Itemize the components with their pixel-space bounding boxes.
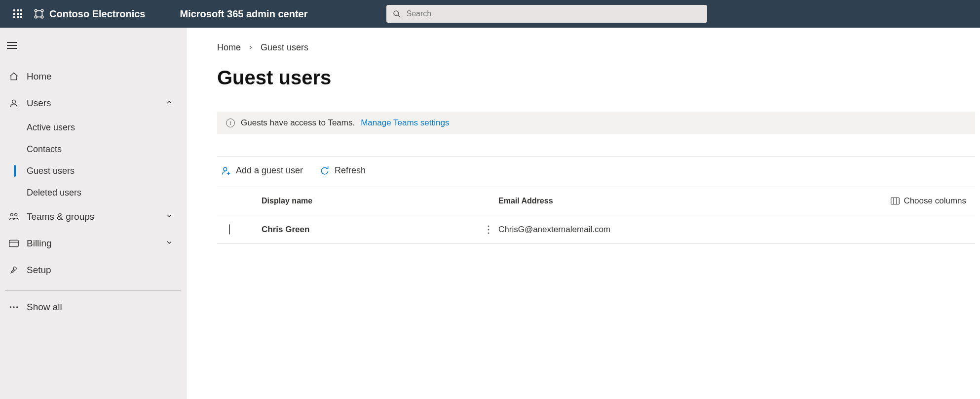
org-logo-icon (34, 8, 44, 19)
svg-point-14 (224, 167, 227, 171)
command-bar: Add a guest user Refresh (217, 156, 975, 187)
column-header-display-name[interactable]: Display name (262, 197, 479, 205)
main-content: Home Guest users Guest users i Guests ha… (187, 28, 980, 399)
search-input[interactable] (406, 9, 701, 18)
sidebar: Home Users Active users Contacts (0, 28, 187, 399)
nav-label: Teams & groups (27, 211, 94, 222)
chevron-down-icon (165, 211, 173, 222)
svg-point-4 (394, 11, 399, 16)
more-vertical-icon (488, 225, 490, 234)
row-more-button[interactable] (479, 225, 498, 234)
manage-teams-settings-link[interactable]: Manage Teams settings (361, 118, 449, 128)
svg-point-1 (41, 9, 43, 12)
choose-columns-button[interactable]: Choose columns (891, 187, 966, 215)
global-header: Contoso Electronics Microsoft 365 admin … (0, 0, 980, 28)
chevron-down-icon (165, 238, 173, 249)
billing-icon (7, 239, 21, 247)
nav-sub-label: Guest users (27, 166, 75, 176)
add-user-icon (221, 166, 231, 176)
svg-point-8 (15, 213, 17, 216)
info-bar: i Guests have access to Teams. Manage Te… (217, 112, 975, 134)
ellipsis-icon (7, 306, 21, 309)
svg-point-6 (12, 100, 16, 103)
search-icon (392, 9, 401, 18)
nav-item-teams-groups[interactable]: Teams & groups (0, 203, 186, 230)
teams-groups-icon (7, 212, 21, 222)
breadcrumb: Home Guest users (217, 42, 975, 53)
svg-rect-9 (9, 240, 18, 246)
nav-label: Show all (27, 302, 62, 313)
search-box[interactable] (386, 5, 707, 23)
waffle-icon (13, 9, 22, 18)
svg-point-3 (41, 16, 43, 18)
info-text: Guests have access to Teams. (241, 118, 355, 128)
setup-icon (7, 265, 21, 275)
app-title: Microsoft 365 admin center (180, 8, 307, 20)
breadcrumb-home[interactable]: Home (217, 42, 241, 53)
hamburger-icon (7, 42, 17, 49)
breadcrumb-current: Guest users (261, 42, 308, 53)
add-guest-user-button[interactable]: Add a guest user (221, 165, 303, 176)
nav-sub-guest-users[interactable]: Guest users (0, 160, 186, 182)
info-icon: i (226, 119, 235, 127)
svg-point-2 (35, 16, 37, 18)
columns-icon (891, 197, 900, 205)
nav-sub-label: Deleted users (27, 188, 81, 198)
nav-item-billing[interactable]: Billing (0, 230, 186, 257)
row-display-name[interactable]: Chris Green (262, 225, 479, 235)
column-header-email[interactable]: Email Address (498, 197, 716, 205)
refresh-icon (320, 166, 330, 176)
sidebar-divider (5, 290, 181, 291)
chevron-up-icon (165, 98, 173, 109)
svg-point-13 (16, 306, 18, 308)
nav-label: Home (27, 71, 52, 82)
nav-sub-label: Active users (27, 122, 75, 133)
nav-item-show-all[interactable]: Show all (0, 294, 186, 320)
chevron-right-icon (248, 42, 254, 53)
svg-line-5 (398, 15, 400, 17)
table-header-row: Display name Email Address Choose column… (217, 187, 975, 215)
nav-sub-contacts[interactable]: Contacts (0, 138, 186, 160)
svg-point-20 (488, 225, 490, 227)
nav-label: Setup (27, 265, 51, 276)
nav-item-users[interactable]: Users (0, 90, 186, 117)
nav-sub-active-users[interactable]: Active users (0, 117, 186, 138)
row-checkbox[interactable] (229, 224, 230, 235)
page-title: Guest users (217, 67, 975, 89)
nav-label: Billing (27, 238, 52, 249)
nav-toggle-button[interactable] (0, 35, 186, 56)
svg-point-21 (488, 229, 490, 230)
nav-item-setup[interactable]: Setup (0, 257, 186, 283)
nav-label: Users (27, 98, 51, 109)
nav: Home Users Active users Contacts (0, 63, 186, 320)
svg-rect-17 (891, 198, 900, 204)
cmd-label: Add a guest user (236, 165, 303, 176)
nav-item-home[interactable]: Home (0, 63, 186, 90)
refresh-button[interactable]: Refresh (320, 165, 366, 176)
svg-point-7 (10, 213, 13, 216)
svg-point-11 (10, 306, 11, 308)
app-launcher-button[interactable] (6, 2, 30, 26)
search-container (386, 5, 707, 23)
nav-sub-label: Contacts (27, 144, 62, 155)
org-name: Contoso Electronics (49, 8, 145, 20)
row-email: ChrisG@anexternalemail.com (498, 225, 716, 235)
user-icon (7, 98, 21, 108)
svg-point-0 (35, 9, 37, 12)
cmd-label: Refresh (335, 165, 366, 176)
users-table: Display name Email Address Choose column… (217, 187, 975, 244)
org-brand[interactable]: Contoso Electronics (34, 8, 145, 20)
svg-point-22 (488, 232, 490, 234)
table-row[interactable]: Chris Green ChrisG@anexternalemail.com (217, 215, 975, 244)
home-icon (7, 72, 21, 81)
nav-sub-deleted-users[interactable]: Deleted users (0, 182, 186, 203)
svg-point-12 (13, 306, 14, 308)
choose-columns-label: Choose columns (904, 196, 966, 206)
